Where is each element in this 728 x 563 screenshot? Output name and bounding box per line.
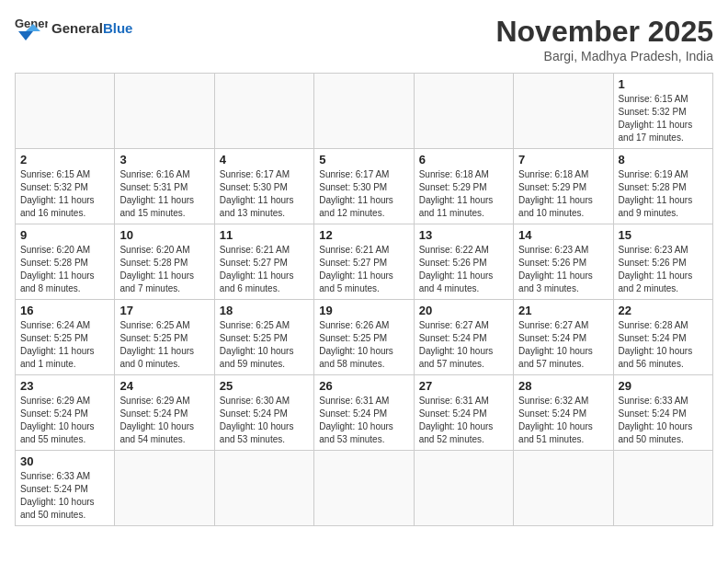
day-info: Sunrise: 6:19 AM Sunset: 5:28 PM Dayligh… [619,168,708,220]
calendar-cell: 8Sunrise: 6:19 AM Sunset: 5:28 PM Daylig… [613,149,712,224]
day-info: Sunrise: 6:25 AM Sunset: 5:25 PM Dayligh… [220,319,309,371]
day-info: Sunrise: 6:33 AM Sunset: 5:24 PM Dayligh… [619,395,708,446]
calendar-cell: 30Sunrise: 6:33 AM Sunset: 5:24 PM Dayli… [16,451,115,526]
day-number: 2 [20,153,109,167]
day-number: 4 [220,153,309,167]
day-info: Sunrise: 6:18 AM Sunset: 5:29 PM Dayligh… [419,168,508,220]
calendar-cell: 17Sunrise: 6:25 AM Sunset: 5:25 PM Dayli… [115,300,214,375]
calendar-cell: 7Sunrise: 6:18 AM Sunset: 5:29 PM Daylig… [514,149,613,224]
calendar-week-4: 16Sunrise: 6:24 AM Sunset: 5:25 PM Dayli… [16,300,713,375]
calendar-table: 1Sunrise: 6:15 AM Sunset: 5:32 PM Daylig… [15,73,713,526]
day-info: Sunrise: 6:20 AM Sunset: 5:28 PM Dayligh… [119,244,209,295]
calendar-cell [314,451,414,526]
calendar-week-2: 2Sunrise: 6:15 AM Sunset: 5:32 PM Daylig… [16,149,713,224]
day-info: Sunrise: 6:29 AM Sunset: 5:24 PM Dayligh… [119,395,209,446]
day-info: Sunrise: 6:27 AM Sunset: 5:24 PM Dayligh… [419,319,508,371]
calendar-cell: 6Sunrise: 6:18 AM Sunset: 5:29 PM Daylig… [414,149,513,224]
day-info: Sunrise: 6:21 AM Sunset: 5:27 PM Dayligh… [220,244,309,295]
day-number: 20 [419,304,508,317]
calendar-cell: 16Sunrise: 6:24 AM Sunset: 5:25 PM Dayli… [16,300,115,375]
day-number: 6 [419,153,508,167]
logo: General GeneralBlue [15,15,132,40]
day-info: Sunrise: 6:26 AM Sunset: 5:25 PM Dayligh… [319,319,408,371]
day-number: 10 [119,228,209,242]
calendar-cell: 14Sunrise: 6:23 AM Sunset: 5:26 PM Dayli… [514,224,613,300]
day-info: Sunrise: 6:17 AM Sunset: 5:30 PM Dayligh… [319,168,408,220]
day-number: 8 [619,153,708,167]
calendar-cell: 2Sunrise: 6:15 AM Sunset: 5:32 PM Daylig… [16,149,115,224]
day-info: Sunrise: 6:18 AM Sunset: 5:29 PM Dayligh… [518,168,608,220]
calendar-week-5: 23Sunrise: 6:29 AM Sunset: 5:24 PM Dayli… [16,375,713,451]
calendar-cell [514,74,613,149]
day-number: 5 [319,153,408,167]
day-number: 19 [319,304,408,317]
calendar-cell: 4Sunrise: 6:17 AM Sunset: 5:30 PM Daylig… [214,149,313,224]
calendar-cell: 22Sunrise: 6:28 AM Sunset: 5:24 PM Dayli… [613,300,712,375]
calendar-cell [314,74,414,149]
calendar-cell: 26Sunrise: 6:31 AM Sunset: 5:24 PM Dayli… [314,375,414,451]
title-area: November 2025 Bargi, Madhya Pradesh, Ind… [495,15,713,63]
calendar-cell: 23Sunrise: 6:29 AM Sunset: 5:24 PM Dayli… [16,375,115,451]
calendar-cell: 9Sunrise: 6:20 AM Sunset: 5:28 PM Daylig… [16,224,115,300]
calendar-cell [414,451,513,526]
calendar-cell [16,74,115,149]
calendar-cell: 11Sunrise: 6:21 AM Sunset: 5:27 PM Dayli… [214,224,313,300]
calendar-cell: 29Sunrise: 6:33 AM Sunset: 5:24 PM Dayli… [613,375,712,451]
calendar-cell [115,74,214,149]
day-number: 27 [419,379,508,393]
calendar-cell: 21Sunrise: 6:27 AM Sunset: 5:24 PM Dayli… [514,300,613,375]
day-info: Sunrise: 6:31 AM Sunset: 5:24 PM Dayligh… [319,395,408,446]
day-info: Sunrise: 6:24 AM Sunset: 5:25 PM Dayligh… [20,319,109,371]
day-number: 11 [220,228,309,242]
calendar-cell [214,74,313,149]
day-info: Sunrise: 6:16 AM Sunset: 5:31 PM Dayligh… [119,168,209,220]
day-number: 16 [20,304,109,317]
day-number: 3 [119,153,209,167]
day-info: Sunrise: 6:22 AM Sunset: 5:26 PM Dayligh… [419,244,508,295]
calendar-cell: 3Sunrise: 6:16 AM Sunset: 5:31 PM Daylig… [115,149,214,224]
day-number: 25 [220,379,309,393]
day-number: 24 [119,379,209,393]
calendar-cell: 18Sunrise: 6:25 AM Sunset: 5:25 PM Dayli… [214,300,313,375]
svg-marker-1 [18,31,33,40]
day-info: Sunrise: 6:27 AM Sunset: 5:24 PM Dayligh… [518,319,608,371]
calendar-cell: 20Sunrise: 6:27 AM Sunset: 5:24 PM Dayli… [414,300,513,375]
calendar-cell [115,451,214,526]
day-info: Sunrise: 6:28 AM Sunset: 5:24 PM Dayligh… [619,319,708,371]
day-info: Sunrise: 6:17 AM Sunset: 5:30 PM Dayligh… [220,168,309,220]
day-info: Sunrise: 6:15 AM Sunset: 5:32 PM Dayligh… [619,93,708,144]
calendar-cell: 1Sunrise: 6:15 AM Sunset: 5:32 PM Daylig… [613,74,712,149]
day-info: Sunrise: 6:15 AM Sunset: 5:32 PM Dayligh… [20,168,109,220]
day-number: 7 [518,153,608,167]
day-info: Sunrise: 6:33 AM Sunset: 5:24 PM Dayligh… [20,470,109,522]
day-number: 15 [619,228,708,242]
calendar-cell: 13Sunrise: 6:22 AM Sunset: 5:26 PM Dayli… [414,224,513,300]
calendar-cell: 27Sunrise: 6:31 AM Sunset: 5:24 PM Dayli… [414,375,513,451]
day-number: 21 [518,304,608,317]
day-number: 22 [619,304,708,317]
day-number: 9 [20,228,109,242]
logo-icon: General [15,15,48,40]
calendar-cell: 10Sunrise: 6:20 AM Sunset: 5:28 PM Dayli… [115,224,214,300]
calendar-cell: 15Sunrise: 6:23 AM Sunset: 5:26 PM Dayli… [613,224,712,300]
calendar-cell [214,451,313,526]
calendar-title: November 2025 [495,15,713,49]
day-info: Sunrise: 6:23 AM Sunset: 5:26 PM Dayligh… [518,244,608,295]
calendar-cell: 5Sunrise: 6:17 AM Sunset: 5:30 PM Daylig… [314,149,414,224]
day-info: Sunrise: 6:30 AM Sunset: 5:24 PM Dayligh… [220,395,309,446]
calendar-cell: 25Sunrise: 6:30 AM Sunset: 5:24 PM Dayli… [214,375,313,451]
day-info: Sunrise: 6:20 AM Sunset: 5:28 PM Dayligh… [20,244,109,295]
day-info: Sunrise: 6:32 AM Sunset: 5:24 PM Dayligh… [518,395,608,446]
calendar-cell: 12Sunrise: 6:21 AM Sunset: 5:27 PM Dayli… [314,224,414,300]
page-header: General GeneralBlue November 2025 Bargi,… [15,15,713,63]
calendar-week-3: 9Sunrise: 6:20 AM Sunset: 5:28 PM Daylig… [16,224,713,300]
calendar-cell: 24Sunrise: 6:29 AM Sunset: 5:24 PM Dayli… [115,375,214,451]
calendar-cell [414,74,513,149]
calendar-cell: 28Sunrise: 6:32 AM Sunset: 5:24 PM Dayli… [514,375,613,451]
calendar-week-1: 1Sunrise: 6:15 AM Sunset: 5:32 PM Daylig… [16,74,713,149]
calendar-cell [514,451,613,526]
calendar-subtitle: Bargi, Madhya Pradesh, India [495,49,713,63]
calendar-cell [613,451,712,526]
calendar-week-6: 30Sunrise: 6:33 AM Sunset: 5:24 PM Dayli… [16,451,713,526]
day-number: 23 [20,379,109,393]
